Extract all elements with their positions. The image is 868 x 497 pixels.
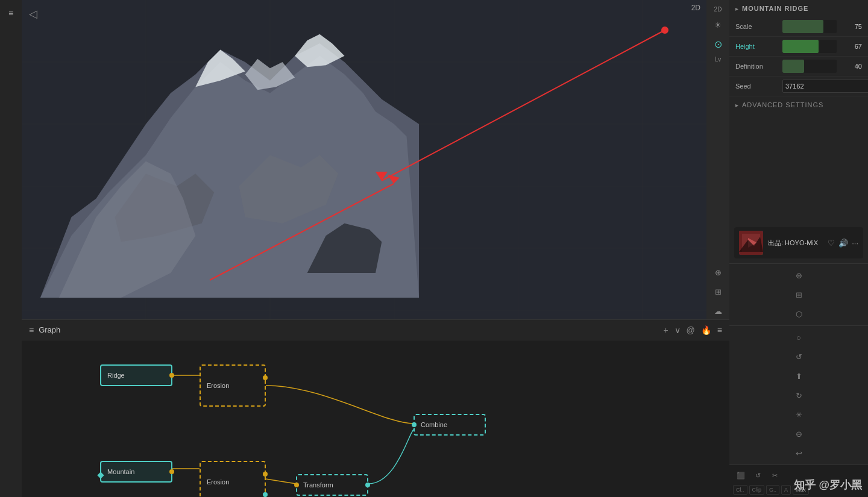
- erosion2-output[interactable]: [263, 472, 268, 477]
- advanced-settings-label: ADVANCED SETTINGS: [742, 101, 823, 108]
- panel-icon-strip-2: ○ ↺ ⬆ ↻ ✳ ⊖ ↩: [729, 325, 868, 464]
- music-title: 出品: HOYO-MiX: [768, 239, 818, 248]
- node-ridge[interactable]: Ridge: [100, 364, 172, 386]
- svg-line-27: [266, 479, 296, 484]
- node-combine[interactable]: Combine: [414, 414, 486, 436]
- app-container: ≡: [0, 0, 868, 497]
- menu-icon[interactable]: ≡: [2, 5, 19, 22]
- param-scale: Scale 75: [729, 17, 868, 37]
- node-mountain[interactable]: Mountain: [100, 461, 172, 483]
- terrain-svg: [22, 0, 729, 319]
- node-erosion-1[interactable]: Erosion: [200, 364, 266, 407]
- clip2-btn[interactable]: Clip: [749, 485, 765, 495]
- param-definition-slider[interactable]: [782, 60, 837, 73]
- music-more-icon[interactable]: ···: [852, 239, 858, 248]
- cloud-tool[interactable]: ☁: [709, 302, 726, 319]
- transform-output[interactable]: [365, 483, 370, 487]
- music-volume-icon[interactable]: 🔊: [838, 239, 848, 248]
- grid-icon[interactable]: ⊞: [791, 287, 807, 302]
- advanced-settings-row[interactable]: ▸ ADVANCED SETTINGS: [729, 96, 868, 113]
- scissors-icon[interactable]: ✂: [767, 467, 782, 483]
- panel-chevron-icon: ▸: [735, 5, 738, 12]
- grid-tool[interactable]: ⊞: [709, 283, 726, 300]
- resize-icon[interactable]: ⬛: [733, 467, 749, 483]
- param-height-label: Height: [735, 43, 779, 50]
- graph-menu-icon[interactable]: ≡: [29, 325, 34, 335]
- music-thumbnail: [739, 231, 763, 255]
- graph-title: Graph: [39, 325, 60, 334]
- param-definition-fill: [782, 60, 804, 73]
- param-definition: Definition 40: [729, 57, 868, 77]
- btn-2d[interactable]: 2D: [691, 4, 700, 12]
- param-seed-input[interactable]: [782, 80, 868, 93]
- panel-header: ▸ MOUNTAIN RIDGE: [729, 0, 868, 17]
- sun-tool[interactable]: ☀: [709, 16, 726, 33]
- a-btn[interactable]: A: [781, 485, 791, 495]
- viewport-right-toolbar: 2D ☀ ⊙ Lv ⊕ ⊞ ☁: [706, 0, 729, 319]
- left-sidebar: ≡: [0, 0, 22, 497]
- graph-more-icon[interactable]: ≡: [717, 325, 722, 335]
- graph-canvas: Ridge Erosion Combine Mountain: [22, 340, 729, 497]
- viewport: ◁ 2D 2D ☀ ⊙ Lv ⊕ ⊞ ☁: [22, 0, 729, 319]
- param-seed: Seed 37162: [729, 77, 868, 96]
- param-scale-slider[interactable]: [782, 20, 837, 33]
- viewport-back-icon[interactable]: ◁: [29, 7, 37, 20]
- globe-icon[interactable]: ⊕: [791, 267, 807, 283]
- advanced-chevron: ▸: [735, 102, 738, 108]
- panel-title: MOUNTAIN RIDGE: [742, 5, 808, 12]
- minus-circle-icon[interactable]: ⊖: [791, 426, 807, 442]
- erosion2-output2[interactable]: [263, 492, 268, 497]
- right-panel: ▸ MOUNTAIN RIDGE Scale 75 Height 67 Defi…: [729, 0, 868, 497]
- label-lv: Lv: [715, 56, 722, 63]
- graph-header-right: + ∨ @ 🔥 ≡: [663, 325, 722, 335]
- mountain-output[interactable]: [169, 469, 174, 474]
- param-scale-value: 75: [840, 23, 862, 30]
- music-controls: ♡ 🔊 ···: [828, 239, 858, 248]
- param-seed-label: Seed: [735, 83, 779, 90]
- sun2-icon[interactable]: ✳: [791, 407, 807, 422]
- panel-icon-strip: ⊕ ⊞ ⬡: [729, 263, 868, 325]
- music-player: 出品: HOYO-MiX ♡ 🔊 ···: [734, 227, 863, 258]
- center-area: ◁ 2D 2D ☀ ⊙ Lv ⊕ ⊞ ☁ ≡ Graph +: [22, 0, 729, 497]
- graph-header: ≡ Graph + ∨ @ 🔥 ≡: [22, 320, 729, 340]
- layer-icon[interactable]: ⬡: [791, 306, 807, 322]
- strip-row-3: ⬡: [791, 306, 807, 322]
- globe-tool[interactable]: ⊕: [709, 264, 726, 281]
- upload-icon[interactable]: ⬆: [791, 368, 807, 384]
- rotate-icon[interactable]: ↺: [750, 467, 766, 483]
- param-definition-value: 40: [840, 63, 862, 70]
- strip-row-1: ⊕: [791, 267, 807, 283]
- eye-tool[interactable]: ⊙: [709, 36, 726, 52]
- refresh-icon[interactable]: ↺: [791, 349, 807, 364]
- music-heart-icon[interactable]: ♡: [828, 239, 835, 248]
- undo-icon[interactable]: ↩: [791, 445, 807, 461]
- param-height-fill: [782, 40, 819, 53]
- viewport-background: ◁ 2D: [22, 0, 729, 319]
- circle-icon[interactable]: ○: [791, 330, 807, 345]
- param-scale-fill: [782, 20, 823, 33]
- param-height: Height 67: [729, 37, 868, 57]
- graph-add-icon[interactable]: +: [663, 325, 668, 335]
- param-scale-label: Scale: [735, 23, 779, 30]
- graph-flame-icon[interactable]: 🔥: [701, 325, 711, 335]
- ridge-output[interactable]: [169, 373, 174, 378]
- param-height-value: 67: [840, 43, 862, 50]
- graph-chevron-icon[interactable]: ∨: [675, 325, 681, 335]
- param-height-slider[interactable]: [782, 40, 837, 53]
- music-info: 出品: HOYO-MiX: [768, 239, 818, 248]
- node-erosion-2[interactable]: Erosion: [200, 461, 266, 497]
- node-transform[interactable]: Transform: [296, 474, 368, 496]
- transform-input[interactable]: [294, 483, 299, 487]
- spin-icon[interactable]: ↻: [791, 387, 807, 403]
- mountain-diamond: [97, 472, 104, 478]
- g-btn[interactable]: G..: [766, 485, 779, 495]
- label-2d: 2D: [714, 6, 722, 13]
- panel-spacer: [729, 113, 868, 222]
- graph-at-icon[interactable]: @: [687, 325, 695, 335]
- param-definition-label: Definition: [735, 63, 779, 70]
- combine-input1[interactable]: [412, 422, 417, 427]
- clip-btn[interactable]: Cl..: [733, 485, 747, 495]
- watermark: 知乎 @罗小黑: [794, 478, 862, 492]
- erosion1-output[interactable]: [263, 375, 268, 380]
- strip-row-2: ⊞: [791, 287, 807, 302]
